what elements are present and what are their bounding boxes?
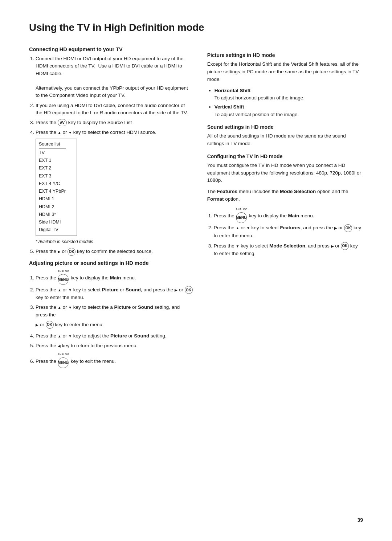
source-list-item: EXT 4 Y/C <box>39 180 66 188</box>
source-list-header: Source list <box>39 140 66 149</box>
horiz-shift-desc: To adjust horizontal position of the ima… <box>215 95 305 101</box>
list-item: Vertical Shift To adjust vertical positi… <box>215 103 363 118</box>
source-list-box: Source list TV EXT 1 EXT 2 EXT 3 EXT 4 Y… <box>36 139 77 236</box>
list-item: Press the or key to adjust the Picture o… <box>36 332 193 340</box>
section4-heading: Sound settings in HD mode <box>207 124 363 130</box>
source-list-item: Digital TV <box>39 226 66 234</box>
section3-intro: Except for the Horizontal Shift and the … <box>207 61 363 83</box>
right-arrow <box>331 243 334 249</box>
s2-step5: Press the key to return to the previous … <box>36 343 138 348</box>
page-title: Using the TV in High Definition mode <box>29 22 363 33</box>
available-note: * Available in selected models <box>36 238 193 245</box>
bold-main: Main <box>110 275 121 280</box>
s2-step2: Press the or key to select Picture or So… <box>36 287 193 300</box>
s5-step3: Press the key to select Mode Selection, … <box>214 243 358 256</box>
source-list-item: TV <box>39 149 66 157</box>
bold-features2: Features <box>280 225 300 230</box>
down-arrow <box>68 333 72 339</box>
right-arrow <box>334 225 337 230</box>
bold-picture: Picture <box>102 287 119 292</box>
ok-key3: OK <box>344 224 352 232</box>
bold-mode-selection: Mode Selection <box>269 243 305 249</box>
step3-text: Press the AV key to display the Source L… <box>36 120 132 125</box>
list-item: Press the ANALOG MENU key to display the… <box>214 207 363 222</box>
source-list-item: HDMI 3* <box>39 211 66 218</box>
right-column: Picture settings in HD mode Except for t… <box>207 46 363 371</box>
down-arrow <box>68 287 72 292</box>
list-item: Press the or key to select Features, and… <box>214 224 363 239</box>
bold-picture3: Picture <box>110 333 127 339</box>
page-number: 39 <box>357 517 363 523</box>
section4-text: All of the sound settings in HD mode are… <box>207 132 363 148</box>
list-item: Press the key to return to the previous … <box>36 342 193 349</box>
section5-steps: Press the ANALOG MENU key to display the… <box>207 207 363 257</box>
source-list-item: EXT 2 <box>39 164 66 172</box>
bold-format: Format <box>207 196 224 202</box>
menu-key2: MENU <box>58 357 69 368</box>
right-arrow <box>58 249 61 254</box>
section2-steps-cont: Press the or key to adjust the Picture o… <box>29 332 193 367</box>
down-arrow <box>68 304 72 310</box>
list-item: Connect the HDMI or DVI output of your H… <box>36 55 193 99</box>
left-column: Connecting HD equipment to your TV Conne… <box>29 46 193 371</box>
up-arrow <box>58 130 61 135</box>
bold-sound: Sound, <box>126 287 142 292</box>
s5-step2: Press the or key to select Features, and… <box>214 225 361 238</box>
down-arrow <box>68 130 72 135</box>
right-arrow <box>175 287 177 292</box>
s2-step4: Press the or key to adjust the Picture o… <box>36 333 167 339</box>
source-list-item: EXT 4 YPbPr <box>39 188 66 195</box>
section2-steps: Press the ANALOG MENU key to display the… <box>29 269 193 319</box>
list-item: Press the AV key to display the Source L… <box>36 119 193 126</box>
section1-steps: Connect the HDMI or DVI output of your H… <box>29 55 193 256</box>
source-list-item: EXT 3 <box>39 172 66 180</box>
source-list-item: HDMI 1 <box>39 195 66 203</box>
up-arrow <box>58 304 61 310</box>
down-arrow <box>246 225 250 230</box>
step1b-text: Alternatively, you can connect the YPbPr… <box>36 85 188 98</box>
vert-shift-desc: To adjust vertical position of the image… <box>215 112 299 117</box>
step5-text: Press the or OK key to confirm the selec… <box>36 249 153 254</box>
ok-key: OK <box>68 248 75 256</box>
up-arrow <box>58 287 61 292</box>
menu-key-wrap3: ANALOG MENU <box>236 208 248 222</box>
source-list-item: EXT 1 <box>39 157 66 164</box>
left-arrow <box>58 343 61 348</box>
bold-sound3: Sound <box>134 333 149 339</box>
menu-key: MENU <box>58 274 69 285</box>
ok-key: OK <box>185 286 193 294</box>
ok-key4: OK <box>341 242 349 250</box>
vert-shift-title: Vertical Shift <box>215 104 244 110</box>
list-item: Horizontal Shift To adjust horizontal po… <box>215 87 363 102</box>
bold-picture2: Picture <box>114 304 131 310</box>
horiz-shift-title: Horizontal Shift <box>215 88 251 93</box>
av-key: AV <box>58 119 67 126</box>
ok-key: OK <box>46 321 54 329</box>
section1-heading: Connecting HD equipment to your TV <box>29 46 193 52</box>
menu-key-wrap2: ANALOG MENU <box>58 353 69 368</box>
step1-text: Connect the HDMI or DVI output of your H… <box>36 56 183 76</box>
right-arrow <box>36 322 38 327</box>
step4-text: Press the or key to select the correct H… <box>36 130 156 135</box>
up-arrow <box>236 225 240 230</box>
list-item: Press the or key to select the a Picture… <box>36 304 193 319</box>
list-item: Press the ANALOG MENU key to exit the me… <box>36 352 193 367</box>
up-arrow <box>58 333 61 339</box>
menu-key-wrap: ANALOG MENU <box>58 270 69 284</box>
s2-step3: Press the or key to select the a Picture… <box>36 304 180 317</box>
list-item: Press the key to select Mode Selection, … <box>214 242 363 257</box>
bold-sound2: Sound <box>138 304 153 310</box>
bold-features-label: Features <box>217 189 237 194</box>
source-list-item: HDMI 2 <box>39 203 66 211</box>
section3-heading: Picture settings in HD mode <box>207 52 363 58</box>
section3-bullets: Horizontal Shift To adjust horizontal po… <box>207 87 363 118</box>
section5-heading: Configuring the TV in HD mode <box>207 153 363 159</box>
list-item: Press the ANALOG MENU key to display the… <box>36 269 193 284</box>
list-item: Press the or key to select the correct H… <box>36 129 193 245</box>
section5-features-note: The Features menu includes the Mode Sele… <box>207 188 363 203</box>
bold-mode-sel: Mode Selection <box>280 189 316 194</box>
down-arrow <box>236 243 240 249</box>
s2-step1: Press the ANALOG MENU key to display the… <box>36 275 136 280</box>
list-item: Press the or OK key to confirm the selec… <box>36 248 193 256</box>
s2-step6: Press the ANALOG MENU key to exit the me… <box>36 358 116 364</box>
